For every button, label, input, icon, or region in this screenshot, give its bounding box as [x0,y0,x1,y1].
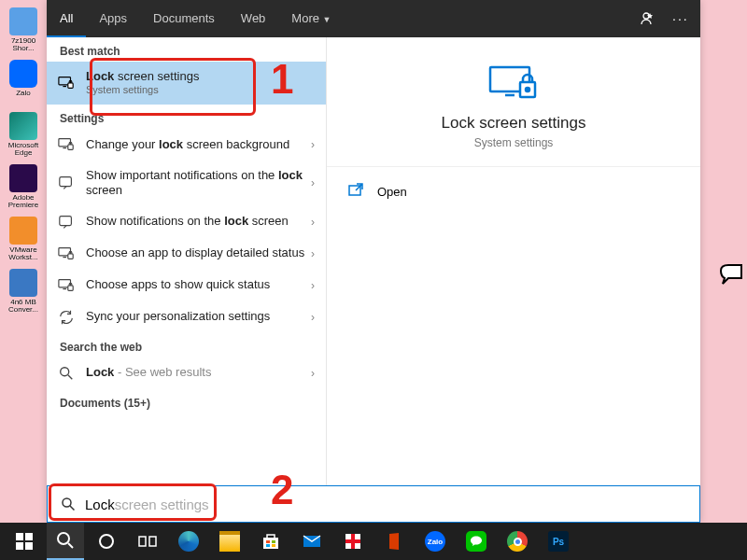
svg-rect-27 [266,544,270,547]
desktop-icon[interactable]: Microsoft Edge [3,112,44,161]
svg-rect-6 [60,216,72,225]
chevron-right-icon: › [311,138,315,151]
result-choose-detailed-status-app[interactable]: Choose an app to display detailed status… [47,238,326,270]
chevron-right-icon: › [311,176,315,189]
search-suggestion-text: screen settings [115,497,209,512]
search-tabs: All Apps Documents Web More ▼ ··· [47,0,700,37]
result-lock-screen-settings[interactable]: Lock screen settingsSystem settings [47,62,326,105]
open-icon [347,182,364,202]
result-change-lock-background[interactable]: Change your lock screen background › [47,129,326,161]
desktop-icon[interactable]: 4n6 MB Conver... [3,269,44,317]
tab-apps[interactable]: Apps [86,0,140,37]
search-icon [58,365,75,382]
more-options-icon[interactable]: ··· [672,11,687,26]
svg-rect-28 [272,544,275,547]
taskbar: Zalo Ps [0,523,747,560]
monitor-lock-icon [488,65,539,101]
svg-rect-5 [60,177,72,187]
taskbar-zalo[interactable]: Zalo [416,523,454,560]
preview-title: Lock screen settings [336,114,691,133]
svg-rect-4 [68,145,73,149]
taskbar-edge[interactable] [170,523,207,560]
svg-rect-19 [16,542,23,550]
svg-point-11 [61,367,69,375]
tab-web[interactable]: Web [228,0,279,37]
svg-rect-10 [68,286,73,290]
svg-point-21 [58,533,69,544]
start-button[interactable] [6,523,43,560]
chevron-right-icon: › [311,247,315,260]
feedback-icon[interactable] [641,11,655,26]
section-best-match: Best match [47,37,326,62]
svg-point-22 [100,535,113,548]
tab-more[interactable]: More ▼ [278,0,344,37]
svg-rect-23 [139,537,146,546]
taskbar-app-gift[interactable] [334,523,372,560]
desktop-icon[interactable]: Zalo [3,60,44,108]
monitor-lock-icon [58,136,75,153]
chevron-right-icon: › [311,311,315,324]
monitor-lock-icon [58,75,75,91]
taskbar-search[interactable] [47,523,84,560]
results-column: Best match Lock screen settingsSystem se… [47,37,327,485]
taskbar-office[interactable] [375,523,413,560]
svg-rect-2 [68,83,73,88]
svg-point-16 [63,498,71,507]
taskbar-chrome[interactable] [499,523,536,560]
svg-rect-24 [149,537,156,546]
preview-column: Lock screen settings System settings Ope… [327,37,700,485]
section-settings: Settings [47,105,326,129]
search-input[interactable]: Lock screen settings [47,485,700,523]
tab-all[interactable]: All [47,0,86,37]
taskbar-photoshop[interactable]: Ps [540,523,577,560]
sync-icon [58,309,75,326]
search-icon [61,497,76,511]
action-open[interactable]: Open [327,173,700,211]
speech-bubble-icon [719,263,743,286]
chevron-right-icon: › [311,367,315,380]
result-choose-quick-status-apps[interactable]: Choose apps to show quick status › [47,270,326,301]
preview-subtitle: System settings [336,136,691,149]
svg-point-14 [526,88,529,91]
desktop-icon[interactable]: 7z1900 Shor... [3,7,44,56]
search-panel: All Apps Documents Web More ▼ ··· Best m… [47,0,700,523]
desktop: 7z1900 Shor... Zalo Microsoft Edge Adobe… [0,0,47,523]
svg-rect-17 [16,533,23,540]
desktop-icon[interactable]: Adobe Premiere [3,164,44,213]
result-show-important-notifications[interactable]: Show important notifications on the lock… [47,161,326,206]
monitor-lock-icon [58,277,75,294]
svg-rect-8 [68,254,73,259]
svg-rect-26 [272,540,275,543]
svg-rect-18 [25,533,33,540]
result-sync-personalization[interactable]: Sync your personalization settings › [47,301,326,333]
taskbar-file-explorer[interactable] [211,523,248,560]
taskbar-cortana[interactable] [88,523,125,560]
notification-icon [58,214,75,231]
svg-rect-20 [25,542,33,550]
svg-rect-32 [351,534,355,549]
monitor-lock-icon [58,245,75,262]
chevron-right-icon: › [311,279,315,292]
notification-icon [58,175,75,191]
result-web-lock[interactable]: Lock - See web results › [47,357,326,389]
tab-documents[interactable]: Documents [140,0,228,37]
desktop-icon[interactable]: VMware Workst... [3,217,44,265]
search-typed-text: Lock [85,497,115,512]
section-search-web: Search the web [47,333,326,357]
taskbar-line[interactable] [458,523,495,560]
taskbar-microsoft-store[interactable] [252,523,289,560]
svg-rect-25 [266,540,270,543]
result-show-notifications[interactable]: Show notifications on the lock screen › [47,206,326,238]
chevron-right-icon: › [311,216,315,229]
result-preview: Lock screen settings System settings [327,37,700,167]
taskbar-mail[interactable] [293,523,331,560]
taskbar-task-view[interactable] [129,523,166,560]
section-documents: Documents (15+) [47,389,326,413]
